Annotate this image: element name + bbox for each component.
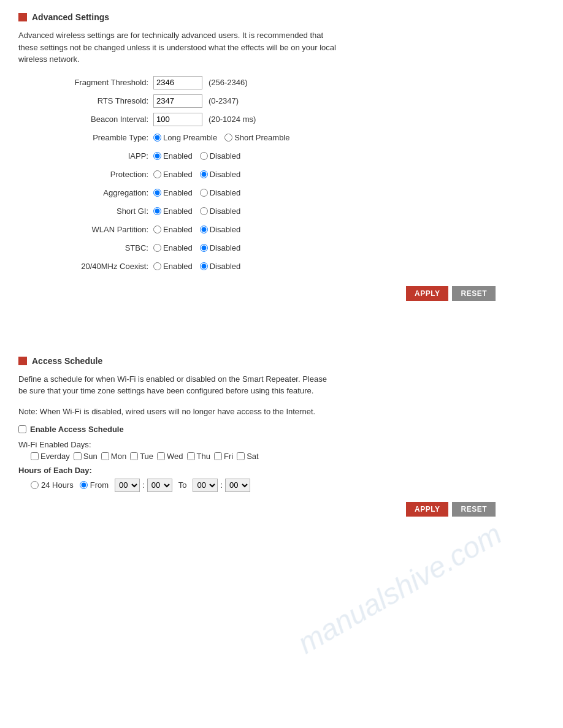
wlan-partition-disabled-radio[interactable]: [200, 226, 208, 233]
coexist-enabled-radio[interactable]: [153, 262, 161, 270]
day-sat-label[interactable]: Sat: [237, 452, 259, 461]
access-schedule-apply-button[interactable]: APPLY: [406, 502, 448, 517]
from-min-select[interactable]: 00 15 30 45: [147, 479, 172, 492]
hours-24-label[interactable]: 24 Hours: [31, 480, 74, 490]
beacon-interval-input[interactable]: [153, 113, 202, 126]
preamble-short-radio[interactable]: [224, 134, 232, 142]
rts-threshold-hint: (0-2347): [209, 96, 239, 105]
wlan-partition-disabled-text: Disabled: [210, 225, 241, 234]
hours-row: 24 Hours From 00 01 02 03 04 05 06 07 08…: [31, 479, 545, 492]
iapp-disabled-radio[interactable]: [200, 152, 208, 160]
access-schedule-header: Access Schedule: [18, 356, 545, 366]
day-sat-checkbox[interactable]: [237, 452, 245, 460]
stbc-enabled-text: Enabled: [163, 243, 193, 252]
short-gi-enabled-label[interactable]: Enabled: [153, 207, 193, 216]
preamble-short-text: Short Preamble: [234, 133, 289, 142]
advanced-settings-description: Advanced wireless settings are for techn…: [18, 29, 337, 66]
hours-from-radio[interactable]: [80, 481, 88, 489]
stbc-enabled-label[interactable]: Enabled: [153, 243, 193, 252]
preamble-short-label[interactable]: Short Preamble: [224, 133, 289, 142]
to-text: To: [178, 480, 187, 490]
day-everyday-checkbox[interactable]: [31, 452, 39, 460]
preamble-long-label[interactable]: Long Preamble: [153, 133, 217, 142]
day-tue-checkbox[interactable]: [130, 452, 138, 460]
hours-24-radio[interactable]: [31, 481, 39, 489]
access-schedule-reset-button[interactable]: RESET: [452, 502, 496, 517]
protection-label: Protection:: [18, 170, 153, 179]
wlan-partition-disabled-label[interactable]: Disabled: [200, 225, 241, 234]
aggregation-disabled-radio[interactable]: [200, 189, 208, 197]
advanced-apply-button[interactable]: APPLY: [406, 286, 448, 301]
day-wed-checkbox[interactable]: [157, 452, 165, 460]
iapp-enabled-text: Enabled: [163, 151, 193, 161]
day-mon-label[interactable]: Mon: [101, 452, 126, 461]
protection-enabled-radio[interactable]: [153, 170, 161, 178]
day-mon-checkbox[interactable]: [101, 452, 109, 460]
day-sun-label[interactable]: Sun: [74, 452, 98, 461]
aggregation-disabled-text: Disabled: [210, 188, 241, 197]
day-everyday-text: Everday: [40, 452, 70, 461]
aggregation-disabled-label[interactable]: Disabled: [200, 188, 241, 197]
enable-access-schedule-checkbox[interactable]: [18, 425, 26, 433]
short-gi-row: Short GI: Enabled Disabled: [18, 204, 545, 219]
day-wed-text: Wed: [167, 452, 183, 461]
from-hour-select[interactable]: 00 01 02 03 04 05 06 07 08 09 10 11 12 1…: [115, 479, 140, 492]
protection-disabled-radio[interactable]: [200, 170, 208, 178]
hours-from-label[interactable]: From: [80, 480, 109, 490]
hours-from-text: From: [90, 480, 109, 490]
aggregation-enabled-label[interactable]: Enabled: [153, 188, 193, 197]
protection-disabled-label[interactable]: Disabled: [200, 170, 241, 179]
advanced-button-row: APPLY RESET: [18, 286, 545, 301]
day-sun-text: Sun: [83, 452, 98, 461]
access-schedule-section: Access Schedule Define a schedule for wh…: [18, 356, 545, 492]
rts-threshold-input[interactable]: [153, 94, 202, 108]
preamble-long-radio[interactable]: [153, 134, 161, 142]
access-schedule-description: Define a schedule for when Wi-Fi is enab…: [18, 373, 337, 397]
fragment-threshold-input[interactable]: [153, 76, 202, 89]
day-thu-label[interactable]: Thu: [187, 452, 210, 461]
stbc-enabled-radio[interactable]: [153, 244, 161, 252]
rts-threshold-label: RTS Thresold:: [18, 96, 153, 105]
wlan-partition-enabled-label[interactable]: Enabled: [153, 225, 193, 234]
protection-enabled-label[interactable]: Enabled: [153, 170, 193, 179]
advanced-reset-button[interactable]: RESET: [452, 286, 496, 301]
stbc-disabled-radio[interactable]: [200, 244, 208, 252]
iapp-disabled-label[interactable]: Disabled: [200, 151, 241, 161]
coexist-disabled-radio[interactable]: [200, 262, 208, 270]
coexist-disabled-label[interactable]: Disabled: [200, 262, 241, 271]
iapp-enabled-label[interactable]: Enabled: [153, 151, 193, 161]
short-gi-enabled-radio[interactable]: [153, 207, 161, 215]
day-tue-text: Tue: [140, 452, 153, 461]
to-hour-select[interactable]: 00 01 02 03 04 05 06 07 08 09 10 11 12 1…: [193, 479, 218, 492]
day-tue-label[interactable]: Tue: [130, 452, 153, 461]
day-fri-checkbox[interactable]: [214, 452, 222, 460]
hours-label: Hours of Each Day:: [18, 466, 545, 475]
beacon-interval-control: (20-1024 ms): [153, 113, 256, 126]
short-gi-disabled-radio[interactable]: [200, 207, 208, 215]
wifi-days-group: Everday Sun Mon Tue Wed Thu: [31, 452, 545, 461]
protection-disabled-text: Disabled: [210, 170, 241, 179]
iapp-enabled-radio[interactable]: [153, 152, 161, 160]
aggregation-label: Aggregation:: [18, 188, 153, 197]
hours-24-text: 24 Hours: [41, 480, 74, 490]
fragment-threshold-hint: (256-2346): [209, 78, 248, 87]
day-everyday-label[interactable]: Everday: [31, 452, 70, 461]
coexist-enabled-label[interactable]: Enabled: [153, 262, 193, 271]
day-wed-label[interactable]: Wed: [157, 452, 183, 461]
iapp-control: Enabled Disabled: [153, 151, 245, 161]
wlan-partition-control: Enabled Disabled: [153, 225, 245, 234]
from-time-group: 00 01 02 03 04 05 06 07 08 09 10 11 12 1…: [115, 479, 172, 492]
section-icon: [18, 13, 27, 21]
day-fri-text: Fri: [224, 452, 233, 461]
aggregation-enabled-radio[interactable]: [153, 189, 161, 197]
short-gi-disabled-label[interactable]: Disabled: [200, 207, 241, 216]
wlan-partition-enabled-radio[interactable]: [153, 226, 161, 233]
to-min-select[interactable]: 00 15 30 45: [225, 479, 250, 492]
day-sun-checkbox[interactable]: [74, 452, 82, 460]
day-fri-label[interactable]: Fri: [214, 452, 233, 461]
aggregation-enabled-text: Enabled: [163, 188, 193, 197]
stbc-disabled-label[interactable]: Disabled: [200, 243, 241, 252]
from-time-colon: :: [142, 480, 145, 490]
day-thu-checkbox[interactable]: [187, 452, 195, 460]
enable-access-schedule-row: Enable Access Schedule: [18, 425, 545, 434]
